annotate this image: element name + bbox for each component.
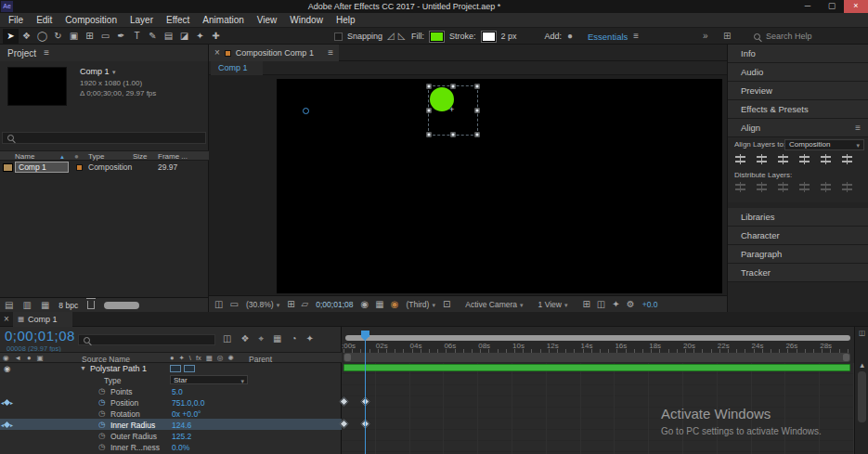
hand-tool-icon[interactable]: ❖ bbox=[19, 29, 34, 44]
panel-header-align[interactable]: Align ≡ bbox=[728, 119, 868, 137]
new-folder-icon[interactable]: ▥ bbox=[22, 301, 31, 310]
roto-brush-tool-icon[interactable]: ✦ bbox=[192, 29, 208, 44]
panel-menu-icon[interactable]: ≡ bbox=[328, 48, 333, 58]
align-target-dropdown[interactable]: Composition▾ bbox=[784, 139, 864, 150]
selection-tool-icon[interactable]: ➤ bbox=[3, 29, 19, 44]
property-value[interactable]: 0.0% bbox=[172, 443, 189, 452]
property-value[interactable]: 5.0 bbox=[172, 387, 183, 396]
property-row-inner-radius[interactable]: ◂▸◷Inner Radius124.6 bbox=[0, 419, 342, 430]
resolution-select[interactable]: (Third)▾ bbox=[406, 300, 435, 309]
current-timecode[interactable]: 0;00;01;08 bbox=[5, 328, 75, 344]
column-header-size[interactable]: Size bbox=[133, 152, 148, 161]
time-navigator[interactable] bbox=[345, 335, 850, 341]
parent-column-header[interactable]: Parent bbox=[249, 355, 272, 364]
menu-item-view[interactable]: View bbox=[251, 15, 284, 25]
selection-handle[interactable] bbox=[451, 84, 456, 89]
pixel-aspect-icon[interactable]: ◫ bbox=[597, 300, 605, 309]
menu-item-edit[interactable]: Edit bbox=[30, 15, 58, 25]
path-direction-icon[interactable] bbox=[170, 365, 181, 372]
panel-header-audio[interactable]: Audio bbox=[728, 63, 868, 82]
twirl-open-icon[interactable]: ▼ bbox=[80, 365, 86, 371]
show-channel-icon[interactable]: ◉ bbox=[391, 300, 399, 309]
flag-dropdown-icon[interactable]: ▼ bbox=[111, 70, 117, 75]
selection-handle[interactable] bbox=[475, 109, 480, 113]
stopwatch-icon[interactable]: ◷ bbox=[98, 409, 105, 418]
table-row[interactable]: Comp 1 Composition 29.97 bbox=[0, 162, 209, 174]
minimize-button[interactable]: ─ bbox=[796, 0, 820, 13]
eraser-tool-icon[interactable]: ◪ bbox=[176, 29, 192, 44]
toolbar-overflow-icon[interactable]: » bbox=[703, 31, 708, 41]
menu-item-window[interactable]: Window bbox=[283, 15, 330, 25]
stopwatch-icon[interactable]: ◷ bbox=[98, 397, 105, 407]
property-row-inner-r-ness[interactable]: ◷Inner R...ness0.0% bbox=[0, 441, 342, 452]
fast-previews-icon[interactable]: ✦ bbox=[612, 300, 619, 309]
snap-beyond-edges-icon[interactable]: ◺ bbox=[398, 32, 406, 41]
property-row-rotation[interactable]: ◷Rotation0x +0.0° bbox=[0, 408, 342, 419]
menu-item-composition[interactable]: Composition bbox=[58, 15, 123, 25]
label-color-chip[interactable] bbox=[76, 164, 83, 171]
region-of-interest-icon[interactable]: ⊡ bbox=[443, 300, 450, 309]
maximize-button[interactable]: ▢ bbox=[820, 0, 844, 13]
property-row-type[interactable]: TypeStar▾ bbox=[0, 374, 342, 385]
snapshot-icon[interactable]: ◉ bbox=[360, 300, 369, 309]
panel-menu-icon[interactable]: ≡ bbox=[44, 48, 49, 58]
eye-icon[interactable]: ◉ bbox=[4, 364, 10, 373]
close-button[interactable]: × bbox=[844, 0, 868, 13]
layer-anchor-point[interactable] bbox=[303, 108, 309, 114]
zoom-tool-icon[interactable]: ◯ bbox=[34, 29, 50, 44]
align-bottom-button[interactable] bbox=[841, 154, 854, 164]
stopwatch-icon[interactable]: ◷ bbox=[98, 386, 105, 396]
bit-depth-button[interactable]: 8 bpc bbox=[58, 301, 78, 310]
property-value[interactable]: 125.2 bbox=[172, 432, 191, 441]
item-name-cell[interactable]: Comp 1 bbox=[15, 162, 69, 173]
always-preview-icon[interactable]: ◫ bbox=[214, 300, 223, 309]
help-search[interactable]: Search Help bbox=[754, 28, 812, 45]
view-layout-select[interactable]: 1 View▾ bbox=[538, 300, 568, 309]
property-value[interactable]: 124.6 bbox=[172, 421, 191, 430]
column-header-name[interactable]: Name bbox=[15, 152, 34, 161]
exposure-gear-icon[interactable]: ⚙ bbox=[627, 300, 635, 309]
panel-header-paragraph[interactable]: Paragraph bbox=[728, 245, 868, 264]
composition-tab[interactable]: × Composition Comp 1 ≡ bbox=[209, 45, 339, 61]
work-area-bar[interactable] bbox=[343, 353, 850, 362]
menu-item-animation[interactable]: Animation bbox=[196, 15, 250, 25]
layer-duration-bar[interactable] bbox=[343, 364, 850, 371]
graph-editor-icon[interactable]: ✦ bbox=[306, 334, 314, 344]
zoom-strip-icon[interactable]: ◫ bbox=[859, 330, 865, 337]
type-dropdown[interactable]: Star▾ bbox=[170, 375, 248, 384]
column-header-type[interactable]: Type bbox=[88, 152, 104, 161]
track-lanes[interactable] bbox=[342, 363, 854, 454]
property-row-position[interactable]: ◂▸◷Position751.0,0.0 bbox=[0, 396, 342, 408]
clone-stamp-tool-icon[interactable]: ▤ bbox=[161, 29, 176, 44]
shape-tool-icon[interactable]: ▭ bbox=[97, 29, 113, 44]
viewer-timecode[interactable]: 0;00;01;08 bbox=[316, 300, 353, 309]
workspace-menu-icon[interactable]: ≡ bbox=[633, 32, 639, 41]
delete-icon[interactable] bbox=[87, 301, 95, 309]
stroke-color-swatch[interactable] bbox=[482, 32, 496, 42]
property-row-points[interactable]: ◷Points5.0 bbox=[0, 385, 342, 396]
column-header-fr[interactable]: Frame ... bbox=[158, 152, 188, 161]
panel-header-preview[interactable]: Preview bbox=[728, 82, 868, 100]
property-row-outer-radius[interactable]: ◷Outer Radius125.2 bbox=[0, 430, 342, 441]
motion-blur-icon[interactable]: ◔ bbox=[291, 334, 297, 344]
brush-tool-icon[interactable]: ✎ bbox=[145, 29, 161, 44]
playhead-line[interactable] bbox=[365, 331, 366, 454]
layer-group-row[interactable]: ◉▼Polystar Path 1 bbox=[0, 363, 342, 374]
horizontal-scrollbar-thumb[interactable] bbox=[104, 302, 139, 309]
menu-item-layer[interactable]: Layer bbox=[123, 15, 160, 25]
source-name-column-header[interactable]: Source Name bbox=[82, 355, 130, 364]
rotation-tool-icon[interactable]: ↻ bbox=[50, 29, 66, 44]
camera-select[interactable]: Active Camera▾ bbox=[465, 300, 523, 309]
mask-visibility-icon[interactable]: ▱ bbox=[302, 300, 309, 309]
transparency-grid-icon[interactable]: ⊞ bbox=[582, 300, 589, 309]
keyframe-navigator[interactable]: ◂▸ bbox=[1, 419, 13, 430]
path-operation-icon[interactable] bbox=[184, 365, 195, 372]
panel-header-character[interactable]: Character bbox=[728, 227, 868, 245]
selection-handle[interactable] bbox=[475, 84, 480, 89]
align-center-vertical-button[interactable] bbox=[820, 154, 833, 164]
property-value[interactable]: 0x +0.0° bbox=[172, 409, 201, 419]
hide-shy-layers-icon[interactable]: ⌖ bbox=[258, 334, 264, 344]
stroke-width-value[interactable]: 2 px bbox=[501, 32, 517, 41]
close-tab-icon[interactable]: × bbox=[4, 315, 9, 324]
stopwatch-icon[interactable]: ◷ bbox=[98, 442, 105, 451]
